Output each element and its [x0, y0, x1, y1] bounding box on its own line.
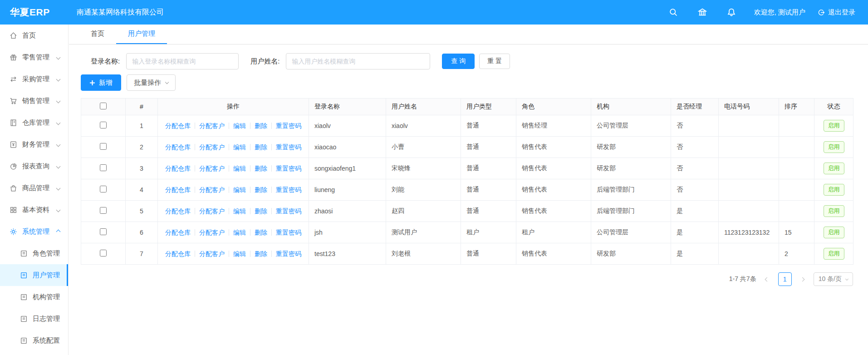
- row-checkbox[interactable]: [100, 228, 107, 235]
- cell-role: 销售代表: [516, 137, 591, 158]
- status-badge[interactable]: 启用: [824, 205, 844, 217]
- row-checkbox[interactable]: [100, 207, 107, 214]
- op-assign-customer-link[interactable]: 分配客户: [195, 229, 229, 236]
- tab-home[interactable]: 首页: [79, 25, 116, 44]
- sidebar-item-finance[interactable]: 财务管理: [0, 133, 68, 155]
- sidebar-item-basic-data[interactable]: 基本资料: [0, 199, 68, 221]
- op-delete-link[interactable]: 删除: [250, 208, 271, 214]
- sidebar-item-home[interactable]: 首页: [0, 25, 68, 46]
- status-badge[interactable]: 启用: [824, 141, 844, 153]
- op-reset-password-link[interactable]: 重置密码: [271, 208, 305, 214]
- sidebar-item-system[interactable]: 系统管理: [0, 221, 68, 242]
- status-badge[interactable]: 启用: [824, 163, 844, 174]
- sidebar-item-role-management[interactable]: 角色管理: [0, 242, 68, 264]
- query-button[interactable]: 查 询: [442, 54, 475, 69]
- row-checkbox[interactable]: [100, 186, 107, 192]
- op-reset-password-link[interactable]: 重置密码: [271, 229, 305, 236]
- op-reset-password-link[interactable]: 重置密码: [271, 251, 305, 257]
- prev-page-button[interactable]: [762, 274, 773, 285]
- money-icon: [10, 141, 17, 148]
- app-logo: 华夏ERP: [0, 6, 69, 19]
- sidebar-item-org-management[interactable]: 机构管理: [0, 286, 68, 308]
- reset-button[interactable]: 重 置: [479, 54, 510, 69]
- row-checkbox[interactable]: [100, 164, 107, 171]
- sidebar-item-retail[interactable]: 零售管理: [0, 46, 68, 68]
- cell-login: xiaolv: [309, 115, 386, 137]
- user-name-input[interactable]: [286, 53, 430, 69]
- batch-actions-dropdown[interactable]: 批量操作: [127, 74, 176, 91]
- cell-is-manager: 是: [671, 243, 719, 265]
- login-name-input[interactable]: [126, 53, 239, 69]
- cell-sort: [779, 179, 814, 201]
- op-assign-customer-link[interactable]: 分配客户: [195, 165, 229, 172]
- op-reset-password-link[interactable]: 重置密码: [271, 144, 305, 150]
- next-page-button[interactable]: [797, 274, 808, 285]
- op-edit-link[interactable]: 编辑: [229, 229, 250, 236]
- op-edit-link[interactable]: 编辑: [229, 208, 250, 214]
- sidebar-item-sales[interactable]: 销售管理: [0, 90, 68, 112]
- add-button[interactable]: 新增: [81, 74, 121, 91]
- logout-button[interactable]: 退出登录: [817, 8, 855, 17]
- sidebar-item-log-management[interactable]: 日志管理: [0, 308, 68, 330]
- gear-icon: [10, 228, 17, 236]
- batch-actions-label: 批量操作: [134, 79, 161, 87]
- op-reset-password-link[interactable]: 重置密码: [271, 123, 305, 129]
- op-assign-customer-link[interactable]: 分配客户: [195, 187, 229, 193]
- table-row: 6分配仓库分配客户编辑删除重置密码jsh测试用户租户租户公司管理层是112312…: [81, 222, 853, 243]
- op-delete-link[interactable]: 删除: [250, 251, 271, 257]
- op-assign-warehouse-link[interactable]: 分配仓库: [161, 251, 195, 257]
- notification-bell-icon[interactable]: [727, 8, 736, 17]
- cell-user-type: 普通: [461, 158, 516, 179]
- grid-icon: [10, 206, 17, 214]
- select-all-checkbox[interactable]: [100, 103, 107, 109]
- page-size-select[interactable]: 10 条/页: [814, 272, 853, 286]
- status-badge[interactable]: 启用: [824, 184, 844, 196]
- row-checkbox[interactable]: [100, 250, 107, 256]
- document-icon: [20, 271, 28, 279]
- platform-icon[interactable]: [698, 8, 707, 17]
- op-edit-link[interactable]: 编辑: [229, 251, 250, 257]
- op-edit-link[interactable]: 编辑: [229, 144, 250, 150]
- cell-phone: [719, 243, 779, 265]
- op-assign-warehouse-link[interactable]: 分配仓库: [161, 187, 195, 193]
- op-assign-warehouse-link[interactable]: 分配仓库: [161, 229, 195, 236]
- op-assign-warehouse-link[interactable]: 分配仓库: [161, 123, 195, 129]
- sidebar-item-products[interactable]: 商品管理: [0, 177, 68, 199]
- sidebar-item-user-management[interactable]: 用户管理: [0, 264, 68, 286]
- op-assign-customer-link[interactable]: 分配客户: [195, 208, 229, 214]
- row-checkbox[interactable]: [100, 122, 107, 128]
- search-icon[interactable]: [669, 8, 678, 17]
- status-badge[interactable]: 启用: [824, 120, 844, 132]
- op-assign-customer-link[interactable]: 分配客户: [195, 123, 229, 129]
- cell-org: 研发部: [591, 137, 671, 158]
- op-reset-password-link[interactable]: 重置密码: [271, 165, 305, 172]
- op-delete-link[interactable]: 删除: [250, 165, 271, 172]
- op-delete-link[interactable]: 删除: [250, 144, 271, 150]
- status-badge[interactable]: 启用: [824, 227, 844, 238]
- sidebar-item-reports[interactable]: 报表查询: [0, 155, 68, 177]
- op-edit-link[interactable]: 编辑: [229, 165, 250, 172]
- search-form: 登录名称: 用户姓名: 查 询 重 置: [81, 53, 856, 70]
- top-header-bar: 华夏ERP 南通某某网络科技有限公司 欢迎您, 测试用户 退出登录: [0, 0, 868, 25]
- op-assign-warehouse-link[interactable]: 分配仓库: [161, 165, 195, 172]
- op-assign-customer-link[interactable]: 分配客户: [195, 144, 229, 150]
- sidebar-item-purchase[interactable]: 采购管理: [0, 68, 68, 90]
- row-checkbox[interactable]: [100, 143, 107, 150]
- sidebar-item-system-config[interactable]: 系统配置: [0, 330, 68, 351]
- row-actions: 分配仓库分配客户编辑删除重置密码: [163, 187, 303, 193]
- op-edit-link[interactable]: 编辑: [229, 123, 250, 129]
- op-assign-customer-link[interactable]: 分配客户: [195, 251, 229, 257]
- op-delete-link[interactable]: 删除: [250, 229, 271, 236]
- op-assign-warehouse-link[interactable]: 分配仓库: [161, 208, 195, 214]
- sidebar-item-warehouse[interactable]: 仓库管理: [0, 112, 68, 133]
- current-page-button[interactable]: 1: [778, 272, 792, 286]
- row-index: 4: [126, 179, 158, 201]
- op-reset-password-link[interactable]: 重置密码: [271, 187, 305, 193]
- op-delete-link[interactable]: 删除: [250, 187, 271, 193]
- op-assign-warehouse-link[interactable]: 分配仓库: [161, 144, 195, 150]
- status-badge[interactable]: 启用: [824, 248, 844, 260]
- op-delete-link[interactable]: 删除: [250, 123, 271, 129]
- op-edit-link[interactable]: 编辑: [229, 187, 250, 193]
- cell-phone: [719, 115, 779, 137]
- tab-user-management[interactable]: 用户管理: [116, 25, 167, 44]
